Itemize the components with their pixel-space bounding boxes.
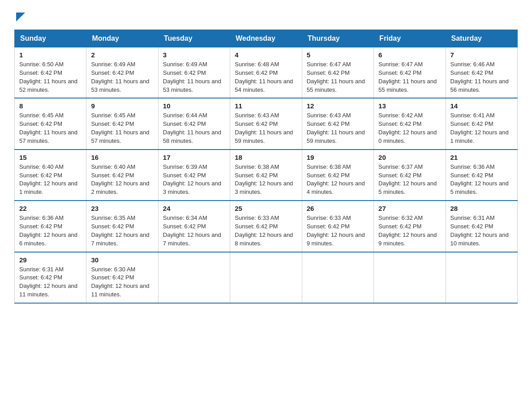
calendar-cell: 22Sunrise: 6:36 AMSunset: 6:42 PMDayligh… [15,201,86,252]
day-number: 1 [19,51,82,59]
calendar-cell: 23Sunrise: 6:35 AMSunset: 6:42 PMDayligh… [86,201,158,252]
day-number: 22 [19,205,82,212]
calendar-cell: 18Sunrise: 6:38 AMSunset: 6:42 PMDayligh… [230,150,302,201]
day-number: 17 [163,154,225,161]
day-number: 20 [378,154,441,161]
day-info: Sunrise: 6:41 AMSunset: 6:42 PMDaylight:… [450,111,513,145]
calendar-cell: 24Sunrise: 6:34 AMSunset: 6:42 PMDayligh… [158,201,230,252]
logo [14,11,25,21]
col-header-thursday: Thursday [302,30,373,47]
day-info: Sunrise: 6:49 AMSunset: 6:42 PMDaylight:… [163,60,225,94]
day-info: Sunrise: 6:38 AMSunset: 6:42 PMDaylight:… [307,163,369,197]
day-number: 25 [235,205,297,212]
day-info: Sunrise: 6:44 AMSunset: 6:42 PMDaylight:… [163,111,225,145]
col-header-sunday: Sunday [15,30,86,47]
col-header-tuesday: Tuesday [158,30,230,47]
calendar-cell: 6Sunrise: 6:47 AMSunset: 6:42 PMDaylight… [374,47,446,98]
day-number: 10 [163,102,225,110]
calendar-cell: 20Sunrise: 6:37 AMSunset: 6:42 PMDayligh… [374,150,446,201]
day-number: 28 [450,205,513,212]
day-info: Sunrise: 6:45 AMSunset: 6:42 PMDaylight:… [19,111,82,145]
calendar-cell: 7Sunrise: 6:46 AMSunset: 6:42 PMDaylight… [446,47,517,98]
calendar-table: SundayMondayTuesdayWednesdayThursdayFrid… [14,30,518,304]
day-number: 14 [450,102,513,110]
day-number: 5 [307,51,369,59]
calendar-cell: 19Sunrise: 6:38 AMSunset: 6:42 PMDayligh… [302,150,373,201]
calendar-cell: 15Sunrise: 6:40 AMSunset: 6:42 PMDayligh… [15,150,86,201]
day-number: 23 [91,205,153,212]
day-info: Sunrise: 6:43 AMSunset: 6:42 PMDaylight:… [307,111,369,145]
page-header [14,11,518,21]
day-info: Sunrise: 6:46 AMSunset: 6:42 PMDaylight:… [450,60,513,94]
day-info: Sunrise: 6:33 AMSunset: 6:42 PMDaylight:… [307,214,369,248]
day-info: Sunrise: 6:30 AMSunset: 6:42 PMDaylight:… [91,265,153,299]
week-row-1: 1Sunrise: 6:50 AMSunset: 6:42 PMDaylight… [15,47,518,98]
day-number: 6 [378,51,441,59]
calendar-cell: 5Sunrise: 6:47 AMSunset: 6:42 PMDaylight… [302,47,373,98]
day-info: Sunrise: 6:35 AMSunset: 6:42 PMDaylight:… [91,214,153,248]
calendar-cell: 14Sunrise: 6:41 AMSunset: 6:42 PMDayligh… [446,98,517,149]
calendar-cell [446,252,517,303]
day-number: 12 [307,102,369,110]
day-number: 8 [19,102,82,110]
col-header-monday: Monday [86,30,158,47]
day-number: 13 [378,102,441,110]
calendar-cell: 28Sunrise: 6:31 AMSunset: 6:42 PMDayligh… [446,201,517,252]
day-number: 2 [91,51,153,59]
calendar-cell [302,252,373,303]
day-number: 30 [91,256,153,264]
day-number: 24 [163,205,225,212]
day-info: Sunrise: 6:49 AMSunset: 6:42 PMDaylight:… [91,60,153,94]
day-number: 3 [163,51,225,59]
day-info: Sunrise: 6:45 AMSunset: 6:42 PMDaylight:… [91,111,153,145]
day-number: 26 [307,205,369,212]
day-number: 29 [19,256,82,264]
day-number: 18 [235,154,297,161]
day-info: Sunrise: 6:40 AMSunset: 6:42 PMDaylight:… [91,163,153,197]
col-header-friday: Friday [374,30,446,47]
calendar-cell: 13Sunrise: 6:42 AMSunset: 6:42 PMDayligh… [374,98,446,149]
day-info: Sunrise: 6:42 AMSunset: 6:42 PMDaylight:… [378,111,441,145]
day-number: 27 [378,205,441,212]
col-header-saturday: Saturday [446,30,517,47]
logo-triangle-icon [16,13,25,21]
calendar-cell: 8Sunrise: 6:45 AMSunset: 6:42 PMDaylight… [15,98,86,149]
calendar-cell: 25Sunrise: 6:33 AMSunset: 6:42 PMDayligh… [230,201,302,252]
calendar-cell [158,252,230,303]
day-info: Sunrise: 6:36 AMSunset: 6:42 PMDaylight:… [19,214,82,248]
calendar-cell: 21Sunrise: 6:36 AMSunset: 6:42 PMDayligh… [446,150,517,201]
day-info: Sunrise: 6:47 AMSunset: 6:42 PMDaylight:… [378,60,441,94]
day-number: 21 [450,154,513,161]
day-info: Sunrise: 6:32 AMSunset: 6:42 PMDaylight:… [378,214,441,248]
calendar-cell [230,252,302,303]
day-info: Sunrise: 6:38 AMSunset: 6:42 PMDaylight:… [235,163,297,197]
calendar-cell: 27Sunrise: 6:32 AMSunset: 6:42 PMDayligh… [374,201,446,252]
week-row-3: 15Sunrise: 6:40 AMSunset: 6:42 PMDayligh… [15,150,518,201]
day-info: Sunrise: 6:48 AMSunset: 6:42 PMDaylight:… [235,60,297,94]
calendar-cell: 1Sunrise: 6:50 AMSunset: 6:42 PMDaylight… [15,47,86,98]
day-number: 15 [19,154,82,161]
week-row-4: 22Sunrise: 6:36 AMSunset: 6:42 PMDayligh… [15,201,518,252]
day-info: Sunrise: 6:40 AMSunset: 6:42 PMDaylight:… [19,163,82,197]
day-number: 16 [91,154,153,161]
calendar-cell: 3Sunrise: 6:49 AMSunset: 6:42 PMDaylight… [158,47,230,98]
calendar-cell: 11Sunrise: 6:43 AMSunset: 6:42 PMDayligh… [230,98,302,149]
calendar-cell: 16Sunrise: 6:40 AMSunset: 6:42 PMDayligh… [86,150,158,201]
day-info: Sunrise: 6:33 AMSunset: 6:42 PMDaylight:… [235,214,297,248]
calendar-cell: 29Sunrise: 6:31 AMSunset: 6:42 PMDayligh… [15,252,86,303]
week-row-2: 8Sunrise: 6:45 AMSunset: 6:42 PMDaylight… [15,98,518,149]
day-info: Sunrise: 6:39 AMSunset: 6:42 PMDaylight:… [163,163,225,197]
day-info: Sunrise: 6:31 AMSunset: 6:42 PMDaylight:… [450,214,513,248]
calendar-cell: 10Sunrise: 6:44 AMSunset: 6:42 PMDayligh… [158,98,230,149]
day-info: Sunrise: 6:36 AMSunset: 6:42 PMDaylight:… [450,163,513,197]
calendar-cell: 17Sunrise: 6:39 AMSunset: 6:42 PMDayligh… [158,150,230,201]
calendar-cell: 2Sunrise: 6:49 AMSunset: 6:42 PMDaylight… [86,47,158,98]
week-row-5: 29Sunrise: 6:31 AMSunset: 6:42 PMDayligh… [15,252,518,303]
day-info: Sunrise: 6:31 AMSunset: 6:42 PMDaylight:… [19,265,82,299]
calendar-header-row: SundayMondayTuesdayWednesdayThursdayFrid… [15,30,518,47]
calendar-cell: 9Sunrise: 6:45 AMSunset: 6:42 PMDaylight… [86,98,158,149]
day-number: 4 [235,51,297,59]
day-info: Sunrise: 6:34 AMSunset: 6:42 PMDaylight:… [163,214,225,248]
calendar-cell: 12Sunrise: 6:43 AMSunset: 6:42 PMDayligh… [302,98,373,149]
calendar-cell [374,252,446,303]
